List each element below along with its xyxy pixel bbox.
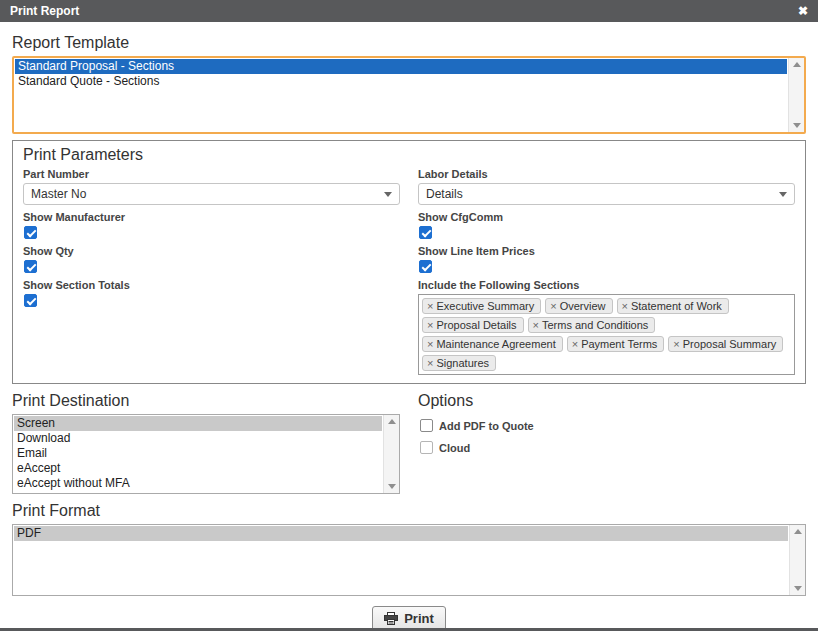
- section-tag-label: Overview: [560, 300, 606, 312]
- remove-tag-icon[interactable]: ×: [427, 300, 433, 312]
- part-number-label: Part Number: [23, 168, 400, 181]
- section-tag-label: Payment Terms: [581, 338, 657, 350]
- show-cfgcomm-label: Show CfgComm: [418, 211, 795, 224]
- chevron-down-icon: [779, 192, 787, 197]
- part-number-select[interactable]: Master No: [23, 183, 400, 205]
- include-sections-label: Include the Following Sections: [418, 279, 795, 292]
- scroll-up-icon[interactable]: [794, 529, 802, 534]
- print-destination-option[interactable]: eAccept: [14, 461, 382, 476]
- print-format-listbox[interactable]: PDF: [12, 524, 806, 596]
- section-tag[interactable]: ×Maintenance Agreement: [422, 336, 563, 352]
- print-parameters-heading: Print Parameters: [23, 145, 795, 164]
- remove-tag-icon[interactable]: ×: [533, 319, 539, 331]
- show-line-item-prices-checkbox[interactable]: [419, 260, 432, 273]
- print-format-option[interactable]: PDF: [14, 526, 788, 541]
- print-destination-listbox[interactable]: Screen Download Email eAccept eAccept wi…: [12, 414, 400, 494]
- parameters-right-column: Labor Details Details Show CfgComm Show …: [418, 166, 795, 375]
- section-tag[interactable]: ×Proposal Details: [422, 317, 524, 333]
- scroll-up-icon[interactable]: [793, 62, 801, 67]
- section-tag-label: Statement of Work: [631, 300, 722, 312]
- print-destination-heading: Print Destination: [12, 391, 400, 410]
- show-line-item-prices-label: Show Line Item Prices: [418, 245, 795, 258]
- remove-tag-icon[interactable]: ×: [673, 338, 679, 350]
- remove-tag-icon[interactable]: ×: [622, 300, 628, 312]
- print-parameters-box: Print Parameters Part Number Master No S…: [12, 140, 806, 384]
- section-tag-label: Maintenance Agreement: [436, 338, 555, 350]
- dialog-titlebar: Print Report ✖: [0, 0, 818, 22]
- options-heading: Options: [418, 391, 806, 410]
- remove-tag-icon[interactable]: ×: [572, 338, 578, 350]
- section-tag-label: Proposal Summary: [683, 338, 777, 350]
- print-format-options: PDF: [13, 525, 805, 542]
- remove-tag-icon[interactable]: ×: [550, 300, 556, 312]
- show-manufacturer-label: Show Manufacturer: [23, 211, 400, 224]
- print-destination-option[interactable]: eAccept without MFA: [14, 476, 382, 491]
- report-template-heading: Report Template: [12, 33, 806, 52]
- close-icon[interactable]: ✖: [798, 5, 808, 17]
- scroll-down-icon[interactable]: [388, 484, 396, 489]
- print-report-dialog: Print Report ✖ Report Template Standard …: [0, 0, 818, 631]
- print-destination-option[interactable]: Screen: [14, 416, 382, 431]
- dialog-title: Print Report: [10, 4, 79, 18]
- part-number-value: Master No: [31, 187, 86, 201]
- include-sections-multiselect[interactable]: ×Executive Summary ×Overview ×Statement …: [418, 294, 795, 375]
- scroll-down-icon[interactable]: [794, 586, 802, 591]
- show-cfgcomm-checkbox[interactable]: [419, 226, 432, 239]
- scrollbar[interactable]: [789, 525, 805, 595]
- section-tag[interactable]: ×Executive Summary: [422, 298, 541, 314]
- scroll-down-icon[interactable]: [793, 123, 801, 128]
- options-column: Options Add PDF to Quote Cloud: [418, 384, 806, 494]
- report-template-option[interactable]: Standard Quote - Sections: [15, 74, 787, 89]
- section-tag-label: Terms and Conditions: [542, 319, 648, 331]
- section-tag-label: Executive Summary: [436, 300, 534, 312]
- report-template-listbox[interactable]: Standard Proposal - Sections Standard Qu…: [12, 56, 806, 134]
- remove-tag-icon[interactable]: ×: [427, 338, 433, 350]
- print-button-label: Print: [404, 611, 434, 626]
- print-format-heading: Print Format: [12, 501, 806, 520]
- remove-tag-icon[interactable]: ×: [427, 319, 433, 331]
- labor-details-select[interactable]: Details: [418, 183, 795, 205]
- remove-tag-icon[interactable]: ×: [427, 357, 433, 369]
- printer-icon: [384, 612, 398, 625]
- section-tag[interactable]: ×Proposal Summary: [668, 336, 783, 352]
- section-tag-label: Signatures: [436, 357, 489, 369]
- section-tag-label: Proposal Details: [436, 319, 516, 331]
- print-destination-option[interactable]: Email: [14, 446, 382, 461]
- show-section-totals-label: Show Section Totals: [23, 279, 400, 292]
- print-destination-column: Print Destination Screen Download Email …: [12, 384, 400, 494]
- report-template-option[interactable]: Standard Proposal - Sections: [15, 59, 787, 74]
- print-destination-option[interactable]: Download: [14, 431, 382, 446]
- section-tag[interactable]: ×Signatures: [422, 355, 496, 371]
- section-tag[interactable]: ×Payment Terms: [567, 336, 665, 352]
- cloud-label: Cloud: [439, 442, 470, 454]
- add-pdf-to-quote-label: Add PDF to Quote: [439, 420, 534, 432]
- parameters-left-column: Part Number Master No Show Manufacturer …: [23, 166, 400, 375]
- labor-details-value: Details: [426, 187, 463, 201]
- dialog-content: Report Template Standard Proposal - Sect…: [0, 22, 818, 631]
- section-tag[interactable]: ×Overview: [545, 298, 612, 314]
- scroll-up-icon[interactable]: [388, 419, 396, 424]
- cloud-checkbox[interactable]: [420, 441, 433, 454]
- show-manufacturer-checkbox[interactable]: [24, 226, 37, 239]
- show-qty-label: Show Qty: [23, 245, 400, 258]
- scrollbar[interactable]: [383, 415, 399, 493]
- chevron-down-icon: [384, 192, 392, 197]
- show-qty-checkbox[interactable]: [24, 260, 37, 273]
- section-tag[interactable]: ×Statement of Work: [617, 298, 729, 314]
- report-template-options: Standard Proposal - Sections Standard Qu…: [14, 58, 804, 90]
- add-pdf-to-quote-checkbox[interactable]: [420, 419, 433, 432]
- section-tag[interactable]: ×Terms and Conditions: [528, 317, 656, 333]
- labor-details-label: Labor Details: [418, 168, 795, 181]
- print-destination-options: Screen Download Email eAccept eAccept wi…: [13, 415, 399, 492]
- show-section-totals-checkbox[interactable]: [24, 294, 37, 307]
- scrollbar[interactable]: [788, 58, 804, 132]
